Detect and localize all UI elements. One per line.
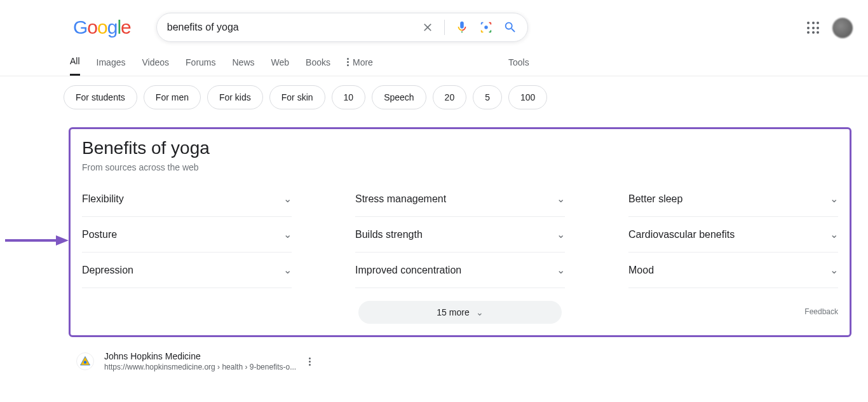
- tab-all[interactable]: All: [70, 56, 80, 76]
- voice-search-icon[interactable]: [455, 20, 469, 34]
- benefit-label: Depression: [82, 265, 133, 276]
- chip-for-skin[interactable]: For skin: [269, 85, 325, 109]
- chevron-down-icon: ⌄: [283, 228, 292, 240]
- refinement-chips: For students For men For kids For skin 1…: [0, 76, 868, 109]
- tab-news[interactable]: News: [233, 57, 255, 75]
- chevron-down-icon: ⌄: [283, 193, 292, 205]
- chip-10[interactable]: 10: [332, 85, 366, 109]
- chevron-down-icon: ⌄: [557, 264, 565, 276]
- search-result[interactable]: Johns Hopkins Medicine https://www.hopki…: [0, 337, 868, 371]
- tab-images[interactable]: Images: [97, 57, 126, 75]
- chevron-down-icon: ⌄: [830, 193, 838, 205]
- account-avatar[interactable]: [832, 18, 853, 38]
- benefit-item[interactable]: Flexibility⌄: [82, 189, 292, 217]
- benefit-label: Cardiovascular benefits: [628, 229, 735, 240]
- benefit-item[interactable]: Stress management⌄: [355, 189, 565, 217]
- chevron-down-icon: ⌄: [830, 264, 838, 276]
- search-tabs: All Images Videos Forums News Web Books …: [0, 42, 868, 76]
- more-label: More: [353, 57, 373, 67]
- benefit-label: Flexibility: [82, 193, 124, 205]
- tab-web[interactable]: Web: [271, 57, 290, 75]
- result-favicon: [76, 352, 94, 370]
- result-url: https://www.hopkinsmedicine.org › health…: [104, 363, 296, 371]
- featured-subtitle: From sources across the web: [82, 162, 838, 172]
- benefit-label: Builds strength: [355, 229, 423, 240]
- benefit-item[interactable]: Cardiovascular benefits⌄: [628, 217, 838, 253]
- more-button-label: 15 more: [437, 307, 469, 317]
- benefit-item[interactable]: Improved concentration⌄: [355, 253, 565, 288]
- lens-search-icon[interactable]: [479, 20, 493, 34]
- arrow-annotation-icon: [5, 234, 69, 247]
- chip-speech[interactable]: Speech: [372, 85, 426, 109]
- chevron-down-icon: ⌄: [557, 193, 565, 205]
- chip-for-men[interactable]: For men: [144, 85, 201, 109]
- search-icon[interactable]: [503, 20, 517, 34]
- chip-for-kids[interactable]: For kids: [207, 85, 263, 109]
- benefits-grid: Flexibility⌄ Stress management⌄ Better s…: [82, 189, 838, 288]
- benefit-item[interactable]: Builds strength⌄: [355, 217, 565, 253]
- chip-5[interactable]: 5: [473, 85, 502, 109]
- chevron-down-icon: ⌄: [476, 307, 484, 317]
- tab-more[interactable]: More: [347, 57, 373, 75]
- benefit-label: Better sleep: [628, 193, 682, 205]
- chevron-down-icon: ⌄: [830, 228, 838, 240]
- apps-icon[interactable]: [806, 20, 821, 36]
- svg-point-0: [484, 25, 488, 29]
- svg-marker-2: [56, 235, 69, 246]
- tab-videos[interactable]: Videos: [142, 57, 169, 75]
- featured-panel: Benefits of yoga From sources across the…: [69, 127, 851, 337]
- result-menu-icon[interactable]: [309, 357, 311, 366]
- chevron-down-icon: ⌄: [557, 228, 565, 240]
- benefit-item[interactable]: Posture⌄: [82, 217, 292, 253]
- featured-title: Benefits of yoga: [82, 138, 838, 158]
- search-box[interactable]: [156, 13, 528, 42]
- clear-icon[interactable]: [421, 21, 434, 34]
- benefit-label: Mood: [628, 265, 654, 276]
- benefit-label: Improved concentration: [355, 265, 461, 276]
- benefit-label: Stress management: [355, 193, 446, 205]
- more-dots-icon: [347, 58, 349, 66]
- benefit-item[interactable]: Depression⌄: [82, 253, 292, 288]
- feedback-link[interactable]: Feedback: [804, 307, 838, 316]
- tools-button[interactable]: Tools: [508, 57, 529, 75]
- tab-forums[interactable]: Forums: [186, 57, 215, 75]
- svg-point-4: [84, 361, 87, 364]
- chip-100[interactable]: 100: [508, 85, 547, 109]
- tab-books[interactable]: Books: [306, 57, 330, 75]
- search-input[interactable]: [167, 22, 421, 33]
- chevron-down-icon: ⌄: [283, 264, 292, 276]
- chip-20[interactable]: 20: [433, 85, 467, 109]
- chip-for-students[interactable]: For students: [64, 85, 137, 109]
- benefit-item[interactable]: Better sleep⌄: [628, 189, 838, 217]
- benefit-label: Posture: [82, 229, 117, 240]
- benefit-item[interactable]: Mood⌄: [628, 253, 838, 288]
- result-site-name: Johns Hopkins Medicine: [104, 351, 296, 361]
- show-more-button[interactable]: 15 more ⌄: [358, 301, 562, 324]
- google-logo[interactable]: Google: [73, 17, 131, 38]
